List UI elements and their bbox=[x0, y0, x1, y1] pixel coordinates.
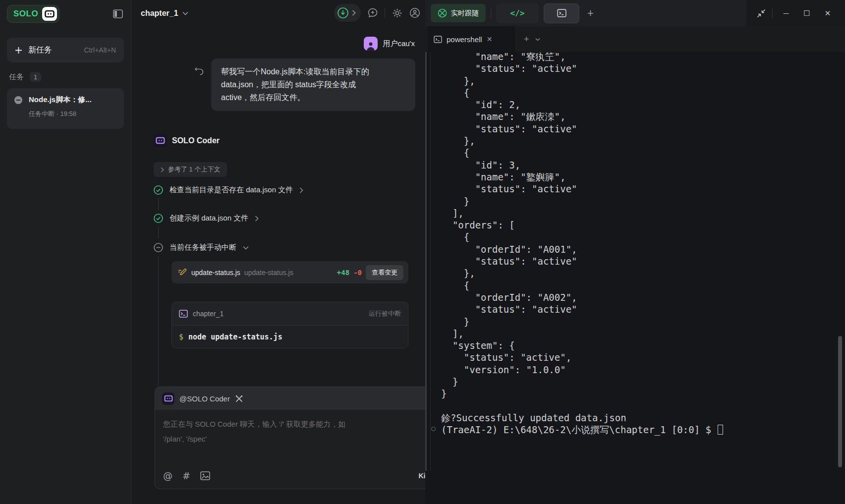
terminal-card-command-row: $ node update-status.js bbox=[172, 326, 408, 348]
gear-icon bbox=[392, 8, 402, 18]
terminal-prompt-line: (TraeAI-2) E:\648\26-2\小说撰写\chapter_1 [0… bbox=[441, 424, 723, 436]
step-label: 创建示例 data.json 文件 bbox=[169, 214, 248, 223]
chat-header-actions bbox=[334, 4, 421, 22]
live-follow-label: 实时跟随 bbox=[451, 9, 479, 18]
terminal-card-header[interactable]: chapter_1 运行被中断 bbox=[172, 302, 408, 326]
account-icon bbox=[409, 7, 420, 18]
undo-icon bbox=[194, 66, 204, 75]
interrupted-circle-icon bbox=[14, 96, 23, 105]
terminal-output: "name": "寮犱笁", "status": "active" }, { "… bbox=[441, 51, 828, 424]
terminal-view-button[interactable] bbox=[544, 3, 579, 23]
terminal-icon bbox=[434, 36, 442, 43]
terminal-icon bbox=[557, 9, 566, 17]
tasks-count-badge: 1 bbox=[30, 72, 41, 82]
session-selector[interactable]: chapter_1 bbox=[141, 9, 188, 18]
chat-panel: chapter_1 用户cau'x bbox=[132, 0, 425, 504]
mention-button[interactable]: @ bbox=[163, 470, 172, 481]
tools-icon[interactable] bbox=[235, 394, 243, 403]
panel-splitter[interactable] bbox=[425, 52, 427, 471]
minimize-button[interactable]: ─ bbox=[779, 6, 793, 21]
changed-file-path: update-status.js bbox=[244, 269, 333, 277]
live-follow-button[interactable]: 实时跟随 bbox=[431, 4, 486, 22]
user-name: 用户cau'x bbox=[383, 39, 415, 49]
tasks-label: 任务 bbox=[9, 72, 24, 82]
chevron-right-icon bbox=[299, 187, 303, 193]
context-reference-pill[interactable]: 参考了 1 个上下文 bbox=[154, 162, 227, 177]
new-task-button[interactable]: 新任务 Ctrl+Alt+N bbox=[7, 38, 124, 62]
image-icon bbox=[200, 471, 210, 480]
user-message-bubble: 帮我写一个Node.js脚本:读取当前目录下的 data.json，把里面的 s… bbox=[211, 58, 415, 111]
terminal-toolbar: 实时跟随 </> + ─ ☐ ✕ bbox=[425, 0, 845, 26]
assistant-name: SOLO Coder bbox=[172, 136, 220, 145]
user-avatar bbox=[364, 37, 378, 51]
step-connector bbox=[158, 198, 159, 210]
solo-coder-icon bbox=[154, 134, 167, 147]
account-button[interactable] bbox=[409, 7, 421, 19]
code-view-button[interactable]: </> bbox=[496, 3, 539, 23]
window-divider bbox=[772, 8, 773, 18]
terminal-gutter-line bbox=[430, 52, 431, 471]
window-controls: ─ ☐ ✕ bbox=[746, 0, 845, 26]
chevron-right-icon bbox=[352, 10, 356, 16]
settings-button[interactable] bbox=[391, 7, 403, 19]
task-status: 任务中断 · 19:58 bbox=[29, 110, 117, 118]
terminal-run-card: chapter_1 运行被中断 $ node update-status.js bbox=[171, 302, 408, 348]
add-view-button[interactable]: + bbox=[587, 7, 594, 20]
check-circle-icon bbox=[154, 185, 163, 195]
terminal-cursor bbox=[718, 425, 723, 435]
solo-logo: SOLO bbox=[7, 5, 59, 23]
solo-robot-icon bbox=[42, 7, 57, 21]
prompt-dollar: $ bbox=[179, 333, 183, 341]
terminal-card-status: 运行被中断 bbox=[369, 309, 401, 318]
download-updates-button[interactable] bbox=[334, 4, 361, 22]
new-task-shortcut: Ctrl+Alt+N bbox=[84, 46, 116, 54]
close-tab-icon[interactable]: ✕ bbox=[487, 35, 493, 43]
new-task-label: 新任务 bbox=[28, 45, 52, 56]
solo-coder-icon bbox=[162, 392, 174, 405]
session-title: chapter_1 bbox=[141, 9, 178, 18]
close-button[interactable]: ✕ bbox=[820, 6, 835, 21]
terminal-command: node update-status.js bbox=[188, 333, 282, 341]
collapse-icon bbox=[756, 8, 766, 18]
user-message-header: 用户cau'x bbox=[364, 37, 415, 51]
collapse-sidebar-icon[interactable] bbox=[112, 8, 124, 20]
changed-file-name: update-status.js bbox=[191, 269, 240, 277]
file-change-card: update-status.js update-status.js +48 -0… bbox=[171, 261, 408, 283]
task-list-item[interactable]: Node.js脚本：修... 任务中断 · 19:58 bbox=[7, 88, 124, 129]
channel-button[interactable]: # bbox=[182, 470, 190, 481]
new-terminal-button[interactable]: + bbox=[524, 34, 529, 45]
header-divider bbox=[385, 8, 385, 18]
terminal-tabbar: powershell ✕ + bbox=[425, 26, 845, 52]
maximize-button[interactable]: ☐ bbox=[799, 6, 814, 21]
tab-powershell[interactable]: powershell ✕ bbox=[428, 26, 515, 52]
chevron-down-icon[interactable] bbox=[535, 38, 540, 41]
solo-logo-text: SOLO bbox=[13, 9, 38, 19]
attach-image-button[interactable] bbox=[200, 471, 210, 480]
step-label: 当前任务被手动中断 bbox=[169, 243, 236, 252]
terminal-card-title: chapter_1 bbox=[193, 310, 224, 318]
check-circle-icon bbox=[154, 214, 163, 223]
step-task-interrupted[interactable]: 当前任务被手动中断 bbox=[154, 243, 249, 252]
step-connector bbox=[158, 226, 159, 238]
step-check-data-json[interactable]: 检查当前目录是否存在 data.json 文件 bbox=[154, 185, 303, 195]
user-message-line: active，然后存回文件。 bbox=[221, 91, 405, 104]
collapse-panel-button[interactable] bbox=[756, 8, 766, 18]
context-note: 参考了 1 个上下文 bbox=[168, 165, 220, 174]
terminal-scrollbar[interactable] bbox=[838, 336, 842, 467]
terminal-icon bbox=[179, 310, 188, 318]
chevron-right-icon bbox=[161, 167, 164, 172]
chevron-down-icon bbox=[243, 246, 249, 250]
new-chat-button[interactable] bbox=[367, 7, 379, 19]
step-create-data-json[interactable]: 创建示例 data.json 文件 bbox=[154, 214, 259, 223]
tab-label: powershell bbox=[447, 35, 482, 44]
live-follow-icon bbox=[438, 8, 447, 18]
task-title: Node.js脚本：修... bbox=[29, 95, 92, 105]
view-changes-button[interactable]: 查看变更 bbox=[366, 265, 403, 280]
retry-message-button[interactable] bbox=[194, 66, 204, 75]
terminal-prompt: (TraeAI-2) E:\648\26-2\小说撰写\chapter_1 [0… bbox=[441, 424, 717, 436]
chevron-down-icon bbox=[182, 11, 188, 15]
prompt-marker-icon bbox=[431, 427, 436, 431]
task-sidebar: SOLO 新任务 Ctrl+Alt+N 任务 1 Node.js脚本：修... … bbox=[0, 0, 131, 504]
edit-file-icon bbox=[177, 268, 187, 277]
step-guide-line bbox=[158, 256, 159, 392]
